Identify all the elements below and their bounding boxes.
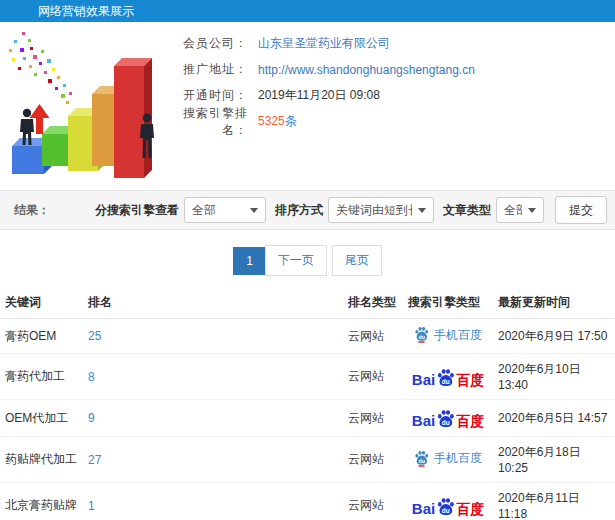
baidu-logo: Bai du 百度: [412, 407, 484, 428]
page-header: 网络营销效果展示: [0, 0, 615, 22]
next-page-button[interactable]: 下一页: [265, 245, 327, 276]
rank-type-cell: 云网站: [343, 354, 403, 400]
page-title: 网络营销效果展示: [38, 4, 134, 18]
keyword-cell: 北京膏药贴牌: [0, 483, 83, 520]
member-company-row: 会员公司： 山东皇圣堂药业有限公司: [166, 35, 615, 52]
growth-chart-illustration: [0, 26, 176, 186]
filter-controls: 分搜索引擎查看 全部 排序方式 关键词由短到长排序 文章类型 全部 提交: [91, 196, 607, 224]
engine-rank-unit: 条: [285, 114, 297, 128]
bar-chart-figures-graphic: [0, 26, 176, 186]
rank-type-cell: 云网站: [343, 483, 403, 520]
open-time-value: 2019年11月20日 09:08: [258, 87, 380, 104]
update-time-cell: 2020年6月18日 10:25: [493, 437, 615, 483]
svg-text:du: du: [419, 334, 425, 340]
open-time-label: 开通时间：: [166, 87, 248, 104]
promo-url-link[interactable]: http://www.shandonghuangshengtang.cn: [258, 63, 475, 77]
column-header-2: 排名类型: [343, 288, 403, 319]
table-row: 北京膏药贴牌1云网站Bai du 百度2020年6月11日 11:18: [0, 483, 615, 520]
open-time-row: 开通时间： 2019年11月20日 09:08: [166, 87, 615, 104]
chevron-down-icon: [528, 208, 536, 213]
baidu-paw-icon: du: [414, 326, 429, 343]
svg-text:du: du: [442, 506, 450, 513]
baidu-logo-bai: Bai: [412, 413, 435, 428]
update-time-cell: 2020年6月10日 13:40: [493, 354, 615, 400]
keyword-rank-table: 关键词排名排名类型搜索引擎类型最新更新时间 膏药OEM25云网站 du 手机百度…: [0, 288, 615, 520]
promo-url-row: 推广地址： http://www.shandonghuangshengtang.…: [166, 61, 615, 78]
update-time-cell: 2020年6月5日 14:57: [493, 400, 615, 437]
keyword-cell: 膏药OEM: [0, 319, 83, 354]
engine-cell: du 手机百度: [403, 437, 493, 483]
baidu-paw-icon: du: [436, 497, 455, 518]
engine-rank-row: 搜索引擎排名： 5325条: [166, 113, 615, 130]
info-section: 会员公司： 山东皇圣堂药业有限公司 推广地址： http://www.shand…: [0, 22, 615, 190]
sort-filter-label: 排序方式: [275, 202, 323, 219]
engine-rank-count: 5325: [258, 114, 285, 128]
result-label: 结果：: [14, 202, 50, 219]
column-header-4: 最新更新时间: [493, 288, 615, 319]
column-header-0: 关键词: [0, 288, 83, 319]
baidu-logo-name: 百度: [456, 373, 484, 387]
baidu-logo-bai: Bai: [412, 372, 435, 387]
article-type-select[interactable]: 全部: [496, 197, 544, 223]
update-time-cell: 2020年6月11日 11:18: [493, 483, 615, 520]
baidu-paw-icon: du: [436, 409, 455, 430]
last-page-button[interactable]: 尾页: [332, 245, 382, 276]
table-header-row: 关键词排名排名类型搜索引擎类型最新更新时间: [0, 288, 615, 319]
member-company-link[interactable]: 山东皇圣堂药业有限公司: [258, 35, 390, 52]
submit-button[interactable]: 提交: [555, 196, 607, 224]
svg-text:du: du: [419, 457, 425, 463]
rank-type-cell: 云网站: [343, 437, 403, 483]
baidu-paw-icon: du: [414, 450, 429, 467]
engine-filter-select[interactable]: 全部: [184, 197, 266, 223]
rank-cell[interactable]: 1: [83, 483, 343, 520]
chevron-down-icon: [418, 208, 426, 213]
member-company-label: 会员公司：: [166, 35, 248, 52]
rank-cell[interactable]: 9: [83, 400, 343, 437]
baidu-logo-name: 百度: [456, 502, 484, 516]
engine-cell: Bai du 百度: [403, 400, 493, 437]
table-row: OEM代加工9云网站Bai du 百度2020年6月5日 14:57: [0, 400, 615, 437]
filter-bar: 结果： 分搜索引擎查看 全部 排序方式 关键词由短到长排序 文章类型 全部 提交: [0, 190, 615, 230]
mobile-baidu-label: 手机百度: [434, 452, 482, 464]
rank-type-cell: 云网站: [343, 400, 403, 437]
rank-cell[interactable]: 8: [83, 354, 343, 400]
article-type-filter-label: 文章类型: [443, 202, 491, 219]
engine-filter-label: 分搜索引擎查看: [95, 202, 179, 219]
column-header-3: 搜索引擎类型: [403, 288, 493, 319]
keyword-cell: OEM代加工: [0, 400, 83, 437]
svg-text:du: du: [442, 377, 450, 384]
engine-cell: du 手机百度: [403, 319, 493, 354]
keyword-cell: 膏药代加工: [0, 354, 83, 400]
confetti-dots: [9, 32, 72, 104]
column-header-1: 排名: [83, 288, 343, 319]
baidu-logo-name: 百度: [456, 414, 484, 428]
keyword-cell: 药贴牌代加工: [0, 437, 83, 483]
mobile-baidu-label: 手机百度: [434, 329, 482, 341]
info-fields: 会员公司： 山东皇圣堂药业有限公司 推广地址： http://www.shand…: [166, 35, 615, 139]
rank-cell[interactable]: 27: [83, 437, 343, 483]
baidu-logo: Bai du 百度: [412, 495, 484, 516]
engine-cell: Bai du 百度: [403, 483, 493, 520]
sort-filter-select[interactable]: 关键词由短到长排序: [328, 197, 434, 223]
table-row: 膏药代加工8云网站Bai du 百度2020年6月10日 13:40: [0, 354, 615, 400]
engine-cell: Bai du 百度: [403, 354, 493, 400]
pagination: 1下一页尾页: [0, 230, 615, 288]
engine-rank-label: 搜索引擎排名：: [166, 105, 248, 139]
mobile-baidu-badge: du 手机百度: [414, 450, 482, 467]
baidu-logo: Bai du 百度: [412, 366, 484, 387]
rank-type-cell: 云网站: [343, 319, 403, 354]
baidu-logo-bai: Bai: [412, 501, 435, 516]
baidu-paw-icon: du: [436, 368, 455, 389]
update-time-cell: 2020年6月9日 17:50: [493, 319, 615, 354]
promo-url-label: 推广地址：: [166, 61, 248, 78]
page-number-current[interactable]: 1: [233, 247, 266, 275]
svg-text:du: du: [442, 419, 450, 426]
mobile-baidu-badge: du 手机百度: [414, 326, 482, 343]
table-row: 药贴牌代加工27云网站 du 手机百度2020年6月18日 10:25: [0, 437, 615, 483]
chevron-down-icon: [250, 208, 258, 213]
table-row: 膏药OEM25云网站 du 手机百度2020年6月9日 17:50: [0, 319, 615, 354]
rank-cell[interactable]: 25: [83, 319, 343, 354]
